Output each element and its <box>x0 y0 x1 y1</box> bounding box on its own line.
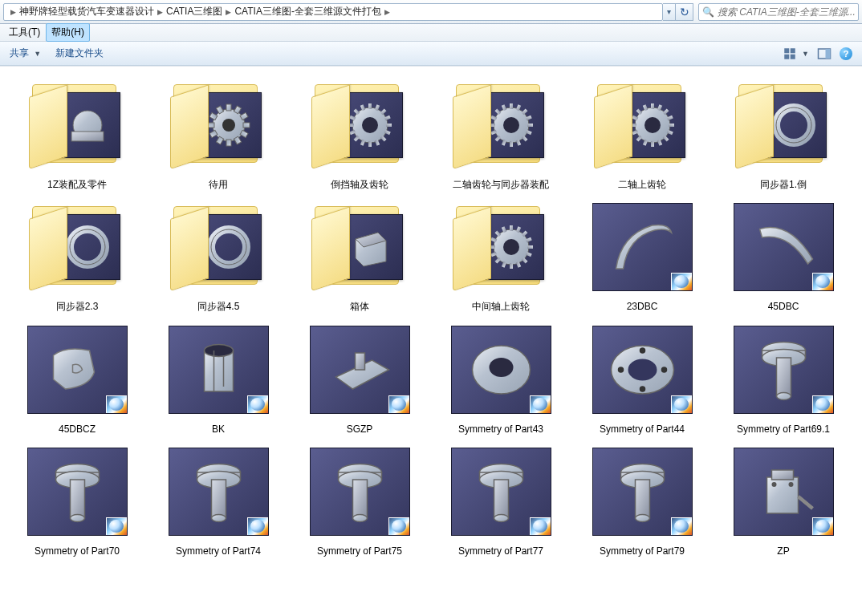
catia-badge-icon <box>388 517 409 535</box>
thumbnail <box>445 73 557 177</box>
svg-point-81 <box>211 229 246 265</box>
catia-badge-icon <box>530 517 551 535</box>
folder-item[interactable]: 二轴齿轮与同步器装配 <box>430 73 571 190</box>
svg-rect-68 <box>651 141 654 147</box>
catia-badge-icon <box>671 517 692 535</box>
thumbnail <box>303 318 416 422</box>
refresh-button[interactable]: ↻ <box>676 3 693 21</box>
svg-rect-92 <box>510 263 513 269</box>
breadcrumb-dropdown[interactable]: ▾ <box>663 3 676 21</box>
thumbnail <box>445 440 557 544</box>
file-item[interactable]: SGZP <box>289 318 430 435</box>
catia-badge-icon <box>106 517 127 535</box>
view-options-button[interactable]: ▼ <box>783 47 809 61</box>
file-item[interactable]: 45DBCZ <box>6 318 148 435</box>
svg-rect-101 <box>355 353 364 370</box>
folder-item[interactable]: 箱体 <box>289 195 430 312</box>
item-label: 同步器4.5 <box>197 301 240 312</box>
thumbnail <box>162 440 274 544</box>
breadcrumb[interactable]: ▶ 神野牌轻型载货汽车变速器设计 ▶ CATIA三维图 ▶ CATIA三维图-全… <box>3 3 663 21</box>
item-label: Symmetry of Part79 <box>600 545 685 557</box>
folder-item[interactable]: 同步器2.3 <box>6 195 148 312</box>
svg-rect-13 <box>243 123 250 128</box>
file-item[interactable]: 23DBC <box>571 195 713 312</box>
file-item[interactable]: 45DBC <box>713 195 854 312</box>
file-item[interactable]: Symmetry of Part70 <box>6 440 148 557</box>
search-box[interactable]: 🔍 <box>698 3 859 21</box>
preview-pane-button[interactable] <box>817 47 832 61</box>
item-label: 1Z装配及零件 <box>47 179 107 190</box>
file-item[interactable]: Symmetry of Part79 <box>571 440 713 557</box>
thumbnail <box>445 318 557 422</box>
file-item[interactable]: BK <box>148 318 289 435</box>
file-item[interactable]: Symmetry of Part74 <box>148 440 289 557</box>
breadcrumb-segment[interactable]: 神野牌轻型载货汽车变速器设计 <box>19 5 154 18</box>
svg-rect-118 <box>70 480 84 518</box>
folder-item[interactable]: 1Z装配及零件 <box>6 73 148 190</box>
svg-point-107 <box>661 367 667 373</box>
svg-rect-138 <box>635 480 649 518</box>
thumbnail <box>21 440 133 544</box>
search-input[interactable] <box>718 6 855 18</box>
svg-rect-3 <box>790 54 795 59</box>
item-label: SGZP <box>347 424 373 435</box>
thumbnail <box>162 318 274 422</box>
item-label: 45DBCZ <box>59 424 96 435</box>
file-grid: 1Z装配及零件待用倒挡轴及齿轮二轴齿轮与同步器装配二轴上齿轮同步器1.倒同步器2… <box>0 66 862 562</box>
help-button[interactable]: ? <box>840 47 852 60</box>
catia-badge-icon <box>671 395 692 413</box>
svg-point-142 <box>771 482 776 487</box>
svg-rect-42 <box>510 103 513 109</box>
file-item[interactable]: Symmetry of Part44 <box>571 318 713 435</box>
thumbnail <box>727 73 840 177</box>
folder-item[interactable]: 倒挡轴及齿轮 <box>289 73 430 190</box>
thumbnail <box>727 440 840 544</box>
catia-badge-icon <box>812 395 833 413</box>
svg-point-77 <box>776 107 811 143</box>
item-label: 二轴齿轮与同步器装配 <box>453 179 549 190</box>
folder-item[interactable]: 二轴上齿轮 <box>571 73 713 190</box>
thumbnail <box>727 318 840 422</box>
svg-rect-84 <box>510 225 513 231</box>
catia-badge-icon <box>530 395 551 413</box>
catia-badge-icon <box>247 395 268 413</box>
chevron-icon: ▶ <box>7 8 19 16</box>
svg-point-9 <box>222 119 235 132</box>
item-label: Symmetry of Part70 <box>35 545 120 557</box>
svg-point-139 <box>635 515 649 522</box>
folder-item[interactable]: 中间轴上齿轮 <box>430 195 571 312</box>
new-folder-button[interactable]: 新建文件夹 <box>55 47 104 60</box>
item-label: 23DBC <box>627 301 658 312</box>
svg-point-114 <box>776 392 791 399</box>
thumbnail <box>21 195 133 299</box>
svg-rect-0 <box>784 48 789 53</box>
svg-point-129 <box>352 515 367 522</box>
file-item[interactable]: Symmetry of Part75 <box>289 440 430 557</box>
file-item[interactable]: Symmetry of Part43 <box>430 318 571 435</box>
folder-item[interactable]: 同步器1.倒 <box>713 73 854 190</box>
menu-help[interactable]: 帮助(H) <box>46 23 90 42</box>
item-label: BK <box>212 424 225 435</box>
file-item[interactable]: ZP <box>713 440 854 557</box>
file-item[interactable]: Symmetry of Part77 <box>430 440 571 557</box>
svg-rect-123 <box>211 480 226 518</box>
chevron-icon: ▶ <box>381 8 393 16</box>
menu-tools[interactable]: 工具(T) <box>3 23 46 42</box>
item-label: Symmetry of Part43 <box>458 424 543 435</box>
breadcrumb-segment[interactable]: CATIA三维图-全套三维源文件打包 <box>234 5 380 18</box>
svg-rect-5 <box>826 49 831 59</box>
item-label: Symmetry of Part77 <box>458 545 543 557</box>
file-item[interactable]: Symmetry of Part69.1 <box>713 318 854 435</box>
svg-point-100 <box>204 344 233 356</box>
folder-item[interactable]: 同步器4.5 <box>148 195 289 312</box>
item-label: Symmetry of Part69.1 <box>737 424 830 435</box>
breadcrumb-segment[interactable]: CATIA三维图 <box>166 5 222 18</box>
svg-rect-88 <box>527 245 533 249</box>
thumbnail <box>445 195 557 299</box>
svg-rect-2 <box>784 54 789 59</box>
svg-rect-50 <box>510 141 513 147</box>
svg-point-41 <box>503 117 519 133</box>
address-bar: ▶ 神野牌轻型载货汽车变速器设计 ▶ CATIA三维图 ▶ CATIA三维图-全… <box>0 0 862 24</box>
share-button[interactable]: 共享 ▼ <box>10 47 41 60</box>
folder-item[interactable]: 待用 <box>148 73 289 190</box>
